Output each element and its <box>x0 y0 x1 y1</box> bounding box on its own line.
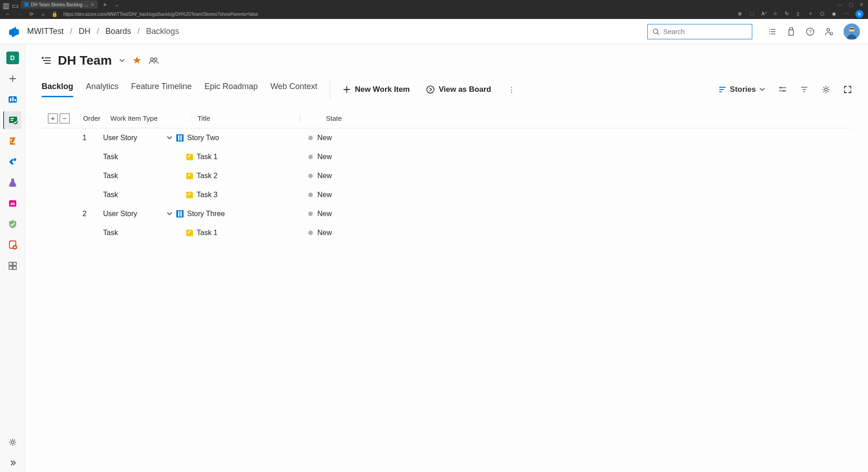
maximize-icon[interactable]: ▢ <box>849 2 853 8</box>
extensions-icon[interactable]: ⬡ <box>820 11 826 17</box>
sidebar-toggle-icon[interactable]: ▥ <box>3 1 9 8</box>
svg-point-0 <box>653 29 658 33</box>
window-controls: — ▢ ✕ <box>837 2 868 8</box>
breadcrumb-page[interactable]: Backlogs <box>146 27 179 36</box>
row-title[interactable]: Story Two <box>176 134 285 142</box>
url-text[interactable]: https://dev.azure.com/MWITTest/DH/_backl… <box>63 12 258 17</box>
expander-icon[interactable] <box>163 212 176 216</box>
expand-rail-icon[interactable] <box>4 454 22 472</box>
gear-icon[interactable] <box>822 85 830 94</box>
expander-icon[interactable] <box>163 136 176 140</box>
toolbar-right: Stories <box>719 85 852 94</box>
table-row[interactable]: TaskTask 3New <box>42 185 852 204</box>
table-row[interactable]: TaskTask 2New <box>42 166 852 185</box>
minimize-icon[interactable]: — <box>837 2 842 8</box>
compliance-icon[interactable] <box>4 215 22 233</box>
backlog-grid: + − Order Work Item Type Title State 1Us… <box>42 109 852 242</box>
tab-analytics[interactable]: Analytics <box>86 82 118 97</box>
azure-devops-logo[interactable] <box>8 26 20 38</box>
breadcrumb-project[interactable]: DH <box>79 27 90 36</box>
view-as-board-button[interactable]: View as Board <box>426 85 491 94</box>
search-input[interactable] <box>663 28 749 35</box>
col-header-title[interactable]: Title <box>192 114 300 122</box>
tab-backlog[interactable]: Backlog <box>42 82 73 97</box>
test-plans-icon[interactable] <box>4 174 22 192</box>
more-actions-icon[interactable]: ⋮ <box>507 85 515 94</box>
table-row[interactable]: 1User StoryStory TwoNew <box>42 128 852 147</box>
settings-icon[interactable] <box>4 433 22 451</box>
marketplace-icon[interactable] <box>787 27 796 36</box>
new-work-item-button[interactable]: New Work Item <box>343 85 410 94</box>
close-window-icon[interactable]: ✕ <box>859 2 863 8</box>
col-header-order[interactable]: Order <box>70 114 110 122</box>
favorite-icon[interactable]: ☆ <box>773 11 779 17</box>
expand-all-button[interactable]: + <box>48 113 58 123</box>
col-header-state[interactable]: State <box>300 114 363 122</box>
row-title[interactable]: Task 1 <box>176 153 285 161</box>
sync-icon[interactable]: ↻ <box>785 11 791 17</box>
favorite-star-icon[interactable] <box>132 56 142 65</box>
backlog-level-dropdown[interactable]: Stories <box>719 85 765 94</box>
pipelines-icon[interactable] <box>4 153 22 171</box>
forward-icon[interactable]: → <box>16 11 23 17</box>
team-name[interactable]: DH Team <box>58 53 112 68</box>
state-dot-icon <box>308 212 313 216</box>
refresh-icon[interactable]: ⟳ <box>28 11 34 17</box>
read-aloud-icon[interactable]: A⁺ <box>761 11 768 17</box>
home-icon[interactable]: ⌂ <box>40 11 46 17</box>
browser-tab[interactable]: DH Team Stories Backlog - Board × <box>21 0 98 9</box>
table-row[interactable]: TaskTask 1New <box>42 147 852 166</box>
team-selector-row: DH Team <box>42 53 852 68</box>
tab-web-context[interactable]: Web Context <box>270 82 317 97</box>
filter-icon[interactable] <box>800 85 808 94</box>
row-title[interactable]: Task 2 <box>176 172 285 180</box>
tab-menu-icon[interactable]: ⌄ <box>112 2 121 7</box>
new-item-icon[interactable] <box>4 70 22 88</box>
state-dot-icon <box>308 193 313 197</box>
column-options-icon[interactable] <box>778 85 787 94</box>
avatar[interactable] <box>844 24 860 40</box>
shopping-icon[interactable]: ⬚ <box>750 11 756 17</box>
back-icon[interactable]: ← <box>5 11 11 17</box>
chevron-down-icon[interactable] <box>119 58 125 63</box>
artifacts-icon[interactable] <box>4 194 22 212</box>
row-title[interactable]: Task 1 <box>176 229 285 237</box>
repos-icon[interactable] <box>4 132 22 150</box>
overview-icon[interactable] <box>4 90 22 109</box>
tab-epic-roadmap[interactable]: Epic Roadmap <box>204 82 258 97</box>
table-row[interactable]: 2User StoryStory ThreeNew <box>42 204 852 223</box>
fullscreen-icon[interactable] <box>844 85 852 94</box>
new-tab-button[interactable]: + <box>100 1 109 8</box>
project-badge[interactable]: D <box>4 49 22 67</box>
user-settings-icon[interactable] <box>825 27 834 36</box>
row-title[interactable]: Task 3 <box>176 191 285 199</box>
collections-icon[interactable]: ✧ <box>808 11 815 17</box>
breadcrumb-area[interactable]: Boards <box>105 27 131 36</box>
state-dot-icon <box>308 174 313 178</box>
team-members-icon[interactable] <box>149 57 159 64</box>
zoom-icon[interactable]: ⊕ <box>738 11 744 17</box>
more-icon[interactable]: ⋯ <box>844 11 850 17</box>
split-icon[interactable]: ▯ <box>797 11 803 17</box>
close-tab-icon[interactable]: × <box>91 2 94 7</box>
svg-point-4 <box>827 28 830 31</box>
tabs-row: Backlog Analytics Feature Timeline Epic … <box>42 79 852 100</box>
row-order: 1 <box>74 134 95 142</box>
table-row[interactable]: TaskTask 1New <box>42 223 852 242</box>
work-items-icon[interactable] <box>768 27 777 36</box>
bing-chat-icon[interactable]: b <box>855 10 863 18</box>
col-header-type[interactable]: Work Item Type <box>110 114 178 122</box>
search-box[interactable] <box>647 24 752 39</box>
tab-feature-timeline[interactable]: Feature Timeline <box>131 82 192 97</box>
wiki-icon[interactable] <box>4 236 22 254</box>
dashboard-icon[interactable] <box>4 257 22 275</box>
browser-chrome: ▥ ▭ DH Team Stories Backlog - Board × + … <box>0 0 868 19</box>
menu-icon[interactable] <box>42 57 51 65</box>
help-icon[interactable]: ? <box>806 27 815 36</box>
boards-icon[interactable] <box>3 111 21 129</box>
breadcrumb-org[interactable]: MWITTest <box>27 27 64 36</box>
row-title[interactable]: Story Three <box>176 210 285 218</box>
profile-icon[interactable]: ◉ <box>832 11 838 17</box>
window-icon[interactable]: ▭ <box>12 1 18 8</box>
collapse-all-button[interactable]: − <box>60 113 70 123</box>
